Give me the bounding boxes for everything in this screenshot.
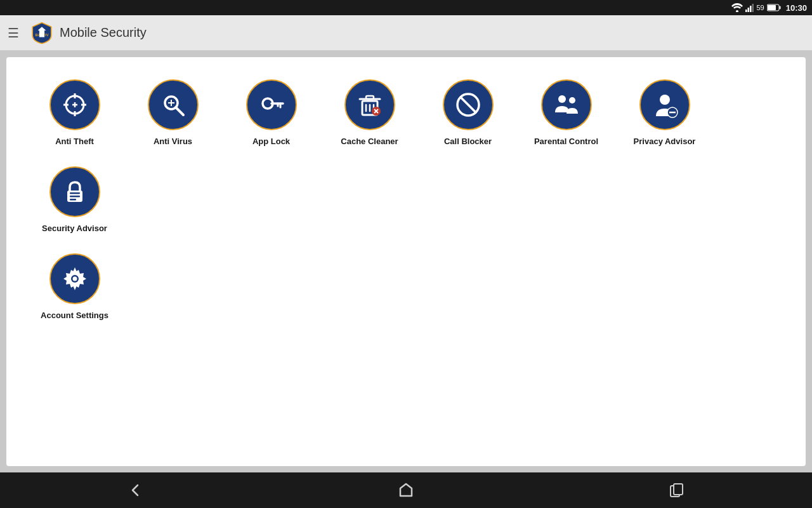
svg-rect-7 <box>768 5 776 10</box>
cache-cleaner-icon-circle <box>344 79 395 130</box>
app-logo: BASTIV <box>30 22 53 44</box>
app-bar: ☰ BASTIV Mobile Security <box>0 15 812 51</box>
wifi-icon <box>731 3 743 12</box>
call-blocker-item[interactable]: Call Blocker <box>419 70 517 157</box>
nav-bar <box>0 472 812 508</box>
privacy-advisor-icon <box>651 91 679 119</box>
time-display: 10:30 <box>786 3 807 13</box>
security-advisor-item[interactable]: Security Advisor <box>25 157 124 244</box>
app-grid-row2: Account Settings <box>25 244 787 331</box>
security-advisor-label: Security Advisor <box>42 224 107 234</box>
hamburger-menu[interactable]: ☰ <box>8 25 19 41</box>
cache-cleaner-item[interactable]: Cache Cleaner <box>320 70 419 157</box>
svg-rect-1 <box>745 10 747 12</box>
security-advisor-icon-circle <box>49 166 100 217</box>
call-blocker-icon-circle <box>443 79 494 130</box>
battery-level: 59 <box>757 4 764 11</box>
recent-button[interactable] <box>652 478 702 503</box>
account-settings-item[interactable]: Account Settings <box>25 244 124 331</box>
svg-rect-4 <box>752 4 754 12</box>
anti-virus-icon <box>159 91 187 119</box>
svg-line-17 <box>176 107 183 115</box>
anti-theft-icon-circle <box>49 79 100 130</box>
security-advisor-icon <box>61 178 89 206</box>
svg-point-35 <box>558 95 566 103</box>
status-bar: 59 10:30 <box>0 0 812 15</box>
content-card: Anti Theft Anti Virus <box>6 57 806 466</box>
svg-point-36 <box>569 97 575 104</box>
anti-theft-item[interactable]: Anti Theft <box>25 70 124 157</box>
anti-virus-item[interactable]: Anti Virus <box>124 70 222 157</box>
parental-control-icon-circle <box>541 79 592 130</box>
svg-rect-26 <box>366 96 374 99</box>
anti-theft-label: Anti Theft <box>55 137 94 147</box>
svg-point-37 <box>660 95 670 105</box>
account-settings-icon-circle <box>49 253 100 304</box>
privacy-advisor-label: Privacy Advisor <box>634 137 696 147</box>
account-settings-icon <box>61 265 89 293</box>
app-lock-icon <box>258 91 285 119</box>
app-title: Mobile Security <box>60 25 147 40</box>
anti-virus-icon-circle <box>148 79 199 130</box>
anti-virus-label: Anti Virus <box>154 137 192 147</box>
status-icons: 59 10:30 <box>731 3 808 13</box>
app-grid: Anti Theft Anti Virus <box>25 70 787 244</box>
svg-rect-43 <box>70 199 76 201</box>
privacy-advisor-icon-circle <box>639 79 690 130</box>
svg-rect-6 <box>779 6 780 10</box>
back-icon <box>126 481 144 499</box>
anti-theft-icon <box>61 91 89 119</box>
parental-control-item[interactable]: Parental Control <box>517 70 615 157</box>
call-blocker-label: Call Blocker <box>444 137 492 147</box>
cache-cleaner-label: Cache Cleaner <box>341 137 398 147</box>
battery-icon <box>767 4 781 11</box>
call-blocker-icon <box>454 91 482 119</box>
svg-rect-42 <box>70 196 80 197</box>
parental-control-icon <box>553 91 580 119</box>
svg-rect-3 <box>750 6 752 12</box>
svg-point-0 <box>736 10 738 12</box>
home-button[interactable] <box>381 478 431 503</box>
main-content: Anti Theft Anti Virus <box>0 51 812 472</box>
privacy-advisor-item[interactable]: Privacy Advisor <box>615 70 714 157</box>
account-settings-label: Account Settings <box>41 311 108 321</box>
svg-rect-48 <box>674 484 683 495</box>
cache-cleaner-icon <box>356 91 384 119</box>
back-button[interactable] <box>110 478 160 503</box>
app-lock-icon-circle <box>246 79 297 130</box>
parental-control-label: Parental Control <box>534 137 598 147</box>
recent-icon <box>668 481 686 499</box>
app-lock-label: App Lock <box>252 137 290 147</box>
svg-line-34 <box>460 97 476 113</box>
svg-point-46 <box>72 276 77 281</box>
signal-icon <box>745 3 754 12</box>
svg-rect-41 <box>70 192 80 194</box>
home-icon <box>397 481 415 499</box>
app-lock-item[interactable]: App Lock <box>222 70 320 157</box>
svg-rect-2 <box>747 8 749 12</box>
